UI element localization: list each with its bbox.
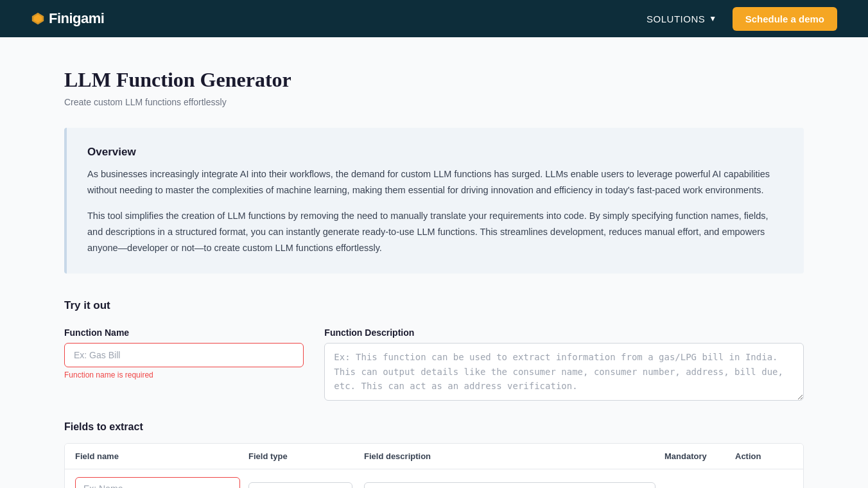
function-name-input[interactable]: [64, 343, 304, 367]
delete-row-button[interactable]: 🗑: [756, 485, 772, 488]
fields-section-title: Fields to extract: [64, 421, 804, 433]
try-it-out-section: Try it out Function Name Function name i…: [64, 299, 804, 488]
logo-icon: [31, 12, 45, 26]
function-name-error: Function name is required: [64, 370, 304, 379]
table-row: Field name is required string number boo…: [65, 469, 803, 488]
col-header-field-type: Field type: [248, 451, 364, 461]
page-title: LLM Function Generator: [64, 68, 804, 92]
field-description-input[interactable]: [364, 482, 655, 488]
chevron-down-icon: ▼: [709, 14, 716, 23]
overview-card: Overview As businesses increasingly inte…: [64, 128, 804, 274]
field-name-cell: Field name is required: [75, 477, 248, 488]
overview-paragraph-1: As businesses increasingly integrate AI …: [87, 166, 783, 198]
function-description-group: Function Description: [324, 327, 804, 401]
logo-text: Finigami: [49, 10, 104, 27]
schedule-demo-button[interactable]: Schedule a demo: [733, 7, 837, 31]
fields-table: Field name Field type Field description …: [64, 443, 804, 488]
field-description-cell: [364, 482, 664, 488]
overview-paragraph-2: This tool simplifies the creation of LLM…: [87, 208, 783, 256]
field-type-cell: string number boolean date ▼: [248, 482, 364, 488]
navbar: Finigami SOLUTIONS ▼ Schedule a demo: [0, 0, 868, 37]
overview-heading: Overview: [87, 146, 783, 159]
solutions-label: SOLUTIONS: [647, 13, 705, 24]
navbar-right: SOLUTIONS ▼ Schedule a demo: [647, 7, 837, 31]
field-type-select-wrapper: string number boolean date ▼: [248, 482, 352, 488]
function-description-input[interactable]: [324, 343, 804, 401]
action-cell: 🗑: [735, 485, 793, 488]
function-form-row: Function Name Function name is required …: [64, 327, 804, 401]
col-header-field-name: Field name: [75, 451, 248, 461]
page-subtitle: Create custom LLM functions effortlessly: [64, 97, 804, 107]
fields-table-header: Field name Field type Field description …: [65, 444, 803, 469]
function-name-label: Function Name: [64, 327, 304, 338]
function-name-group: Function Name Function name is required: [64, 327, 304, 379]
fields-section: Fields to extract Field name Field type …: [64, 421, 804, 488]
col-header-action: Action: [735, 451, 793, 461]
page-content: LLM Function Generator Create custom LLM…: [0, 37, 868, 488]
col-header-field-description: Field description: [364, 451, 664, 461]
field-name-input[interactable]: [75, 477, 240, 488]
try-it-out-heading: Try it out: [64, 299, 804, 312]
function-description-label: Function Description: [324, 327, 804, 338]
logo: Finigami: [31, 10, 104, 27]
col-header-mandatory: Mandatory: [664, 451, 735, 461]
solutions-button[interactable]: SOLUTIONS ▼: [647, 13, 717, 24]
field-type-select[interactable]: string number boolean date: [248, 482, 352, 488]
